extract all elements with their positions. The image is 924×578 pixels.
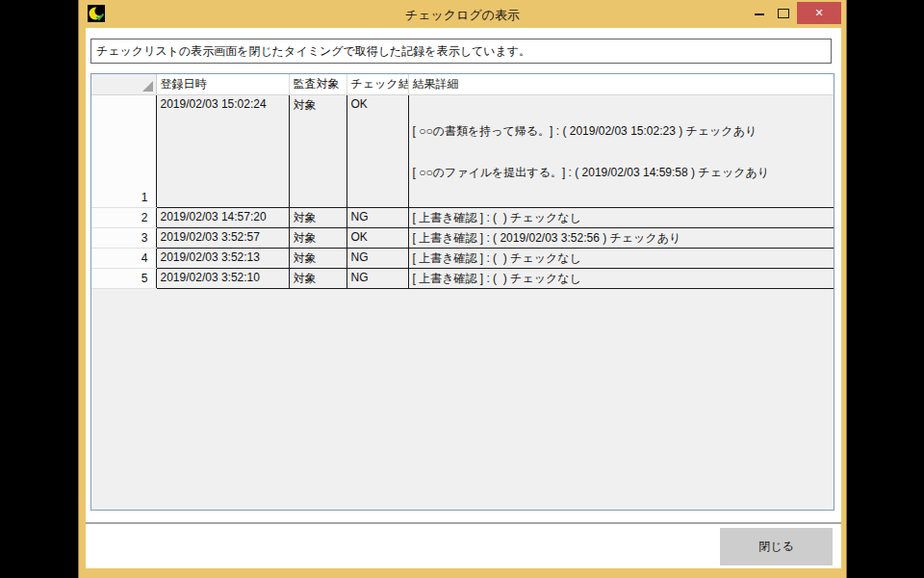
dialog-content: チェックリストの表示画面を閉じたタイミングで取得した記録を表示しています。 登録… <box>86 28 841 568</box>
cell-check-result[interactable]: OK <box>346 227 408 248</box>
col-header-check-result[interactable]: チェック結果 <box>346 74 408 94</box>
select-all-triangle-icon <box>142 81 153 92</box>
cell-result-detail[interactable]: [ 上書き確認 ] : ( ) チェックなし <box>408 207 834 227</box>
col-header-audit-target[interactable]: 監査対象 <box>289 74 346 94</box>
cell-check-result[interactable]: OK <box>346 94 408 207</box>
row-number[interactable]: 1 <box>91 94 156 207</box>
check-log-window: チェックログの表示 ✕ チェックリストの表示画面を閉じたタイミングで取得した記録… <box>78 0 847 578</box>
table-row[interactable]: 3 2019/02/03 3:52:57 対象 OK [ 上書き確認 ] : (… <box>91 227 834 248</box>
cell-check-result[interactable]: NG <box>346 248 408 268</box>
cell-audit-target[interactable]: 対象 <box>289 248 346 268</box>
row-number[interactable]: 2 <box>91 207 156 227</box>
row-number[interactable]: 4 <box>91 248 156 268</box>
grid-header-row: 登録日時 監査対象 チェック結果 結果詳細 <box>91 74 834 94</box>
cell-datetime[interactable]: 2019/02/03 14:57:20 <box>156 207 289 227</box>
check-log-grid: 登録日時 監査対象 チェック結果 結果詳細 1 2019/02/03 15:02… <box>90 73 834 511</box>
grid-corner-header[interactable] <box>91 74 156 94</box>
cell-check-result[interactable]: NG <box>346 207 408 227</box>
cell-result-detail[interactable]: [ 上書き確認 ] : ( ) チェックなし <box>408 248 834 268</box>
table-row[interactable]: 2 2019/02/03 14:57:20 対象 NG [ 上書き確認 ] : … <box>91 207 834 227</box>
cell-datetime[interactable]: 2019/02/03 3:52:13 <box>156 248 289 268</box>
detail-line: [ ○○のファイルを提出する。] : ( 2019/02/03 14:59:58… <box>413 166 834 180</box>
row-number[interactable]: 5 <box>91 268 156 288</box>
detail-line: [ ○○の書類を持って帰る。] : ( 2019/02/03 15:02:23 … <box>413 124 834 139</box>
title-bar[interactable]: チェックログの表示 ✕ <box>79 0 846 28</box>
minimize-icon <box>755 13 764 15</box>
description-textbox[interactable]: チェックリストの表示画面を閉じたタイミングで取得した記録を表示しています。 <box>90 39 832 64</box>
maximize-icon <box>778 9 789 18</box>
col-header-datetime[interactable]: 登録日時 <box>156 74 289 94</box>
cell-result-detail[interactable]: [ 上書き確認 ] : ( 2019/02/03 3:52:56 ) チェックあ… <box>408 227 834 248</box>
table-row[interactable]: 1 2019/02/03 15:02:24 対象 OK [ ○○の書類を持って帰… <box>91 94 834 207</box>
cell-result-detail[interactable]: [ ○○の書類を持って帰る。] : ( 2019/02/03 15:02:23 … <box>408 94 834 207</box>
minimize-button[interactable] <box>749 4 770 23</box>
table-row[interactable]: 5 2019/02/03 3:52:10 対象 NG [ 上書き確認 ] : (… <box>91 268 834 288</box>
check-log-table: 登録日時 監査対象 チェック結果 結果詳細 1 2019/02/03 15:02… <box>91 74 834 289</box>
cell-audit-target[interactable]: 対象 <box>289 207 346 227</box>
cell-datetime[interactable]: 2019/02/03 15:02:24 <box>156 94 289 207</box>
cell-audit-target[interactable]: 対象 <box>289 227 346 248</box>
col-header-result-detail[interactable]: 結果詳細 <box>408 74 834 94</box>
row-number[interactable]: 3 <box>91 227 156 248</box>
cell-audit-target[interactable]: 対象 <box>289 268 346 288</box>
footer-separator <box>86 522 841 524</box>
table-row[interactable]: 4 2019/02/03 3:52:13 対象 NG [ 上書き確認 ] : (… <box>91 248 834 268</box>
cell-check-result[interactable]: NG <box>346 268 408 288</box>
cell-datetime[interactable]: 2019/02/03 3:52:10 <box>156 268 289 288</box>
close-dialog-button[interactable]: 閉じる <box>720 528 833 565</box>
cell-audit-target[interactable]: 対象 <box>289 94 346 207</box>
cell-result-detail[interactable]: [ 上書き確認 ] : ( ) チェックなし <box>408 268 834 288</box>
window-title: チェックログの表示 <box>79 7 846 24</box>
cell-datetime[interactable]: 2019/02/03 3:52:57 <box>156 227 289 248</box>
maximize-button[interactable] <box>773 4 794 23</box>
desktop-background: チェックログの表示 ✕ チェックリストの表示画面を閉じたタイミングで取得した記録… <box>0 0 924 578</box>
close-icon: ✕ <box>814 7 823 19</box>
close-window-button[interactable]: ✕ <box>797 2 841 24</box>
